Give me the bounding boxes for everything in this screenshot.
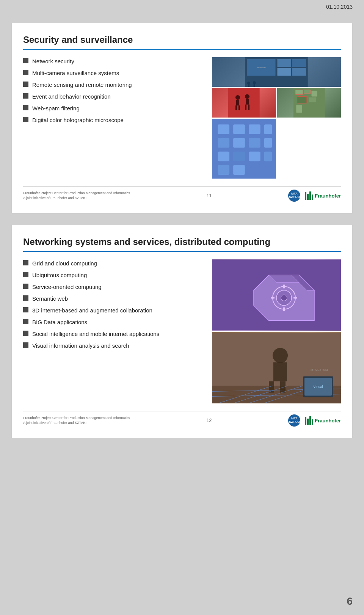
bullet-icon	[23, 295, 28, 301]
slide-2-title: Networking systems and services, distrib…	[23, 237, 341, 247]
slide-1-footer: Fraunhofer Project Center for Production…	[23, 186, 341, 202]
fraunhofer-bar-2-3	[309, 416, 311, 425]
svg-point-52	[281, 295, 287, 301]
list-item: Remote sensing and remote monitoring	[23, 81, 204, 89]
svg-rect-44	[218, 165, 229, 175]
svg-rect-32	[218, 124, 229, 134]
fraunhofer-bars-2	[305, 416, 313, 425]
svg-point-16	[245, 94, 249, 99]
blue-pattern-image	[212, 119, 276, 179]
svg-rect-26	[296, 105, 302, 113]
bullet-icon	[23, 307, 28, 312]
surveillance-screens-image: Video Wall	[212, 57, 341, 87]
svg-rect-17	[246, 99, 249, 104]
bullet-icon	[23, 117, 28, 122]
svg-point-9	[253, 81, 256, 84]
svg-rect-15	[238, 105, 240, 110]
svg-rect-55	[271, 297, 275, 299]
slide-2-content: Grid and cloud computingUbiquitous compu…	[23, 259, 341, 403]
svg-rect-43	[264, 152, 272, 162]
slide-2-footer-logos: MTASZTAKI Fraunhofer	[288, 414, 341, 427]
silhouette-red-image	[212, 88, 276, 118]
svg-rect-11	[228, 88, 260, 118]
svg-rect-14	[235, 105, 237, 110]
mta-logo: MTASZTAKI	[288, 190, 300, 202]
fraunhofer-bar-3	[309, 191, 311, 200]
svg-rect-2	[277, 59, 291, 67]
fraunhofer-bar-2-4	[312, 419, 313, 425]
list-item: Service-oriented computing	[23, 283, 204, 291]
svg-text:Video Wall: Video Wall	[257, 67, 266, 69]
svg-rect-39	[264, 138, 272, 148]
svg-rect-22	[304, 90, 311, 94]
mta-circle-2: MTASZTAKI	[288, 414, 300, 427]
slide-2-image-grid: Virtual MTA SZTAKI	[212, 259, 341, 403]
list-item: Grid and cloud computing	[23, 259, 204, 267]
svg-rect-36	[218, 138, 229, 148]
fraunhofer-logo: Fraunhofer	[305, 191, 341, 200]
fraunhofer-bar-4	[312, 195, 313, 200]
slide-2-footer: Fraunhofer Project Center for Production…	[23, 411, 341, 427]
svg-rect-37	[233, 138, 245, 148]
svg-rect-54	[283, 308, 285, 311]
slide-1-page-num: 11	[207, 193, 212, 198]
svg-rect-33	[233, 124, 245, 134]
list-item: Ubiquitous computing	[23, 271, 204, 279]
svg-rect-21	[295, 90, 303, 95]
list-item: Event and behavior recognition	[23, 93, 204, 100]
slide-1-images: Video Wall	[212, 57, 341, 179]
bullet-icon	[23, 82, 28, 87]
fraunhofer-bar-2	[307, 194, 309, 200]
bullet-icon	[23, 319, 28, 324]
svg-rect-41	[233, 152, 245, 162]
slide-2-footer-text: Fraunhofer Project Center for Production…	[23, 416, 130, 425]
mta-logo-2: MTASZTAKI	[288, 414, 300, 427]
bullet-icon	[23, 272, 28, 277]
svg-rect-56	[293, 297, 297, 299]
svg-rect-8	[248, 85, 249, 87]
svg-text:MTA SZTAKI: MTA SZTAKI	[311, 368, 328, 372]
svg-rect-10	[254, 84, 255, 87]
slide-number: 6	[347, 595, 353, 607]
fraunhofer-bars	[305, 191, 313, 200]
machine-3d-image	[212, 259, 341, 331]
svg-point-7	[247, 82, 250, 85]
svg-rect-40	[218, 152, 229, 162]
svg-point-12	[235, 95, 240, 100]
fraunhofer-bar-1	[305, 192, 306, 200]
svg-rect-34	[249, 124, 260, 134]
svg-rect-45	[233, 165, 245, 175]
mta-circle: MTASZTAKI	[288, 190, 300, 202]
svg-rect-24	[297, 96, 306, 103]
svg-rect-23	[311, 91, 317, 96]
ar-person-image: Virtual MTA SZTAKI	[212, 332, 341, 403]
aerial-map-image	[277, 88, 341, 118]
date-label: 01.10.2013	[326, 4, 353, 10]
bullet-icon	[23, 331, 28, 336]
list-item: 3D internet-based and augmented collabor…	[23, 306, 204, 314]
bullet-icon	[23, 342, 28, 348]
svg-rect-53	[283, 285, 285, 289]
bullet-icon	[23, 70, 28, 75]
svg-rect-4	[277, 68, 291, 75]
svg-rect-38	[249, 138, 260, 148]
svg-rect-18	[245, 105, 246, 110]
svg-point-59	[273, 348, 288, 363]
bullet-icon	[23, 93, 28, 99]
svg-rect-19	[248, 105, 249, 110]
slide-1-footer-text: Fraunhofer Project Center for Production…	[23, 191, 130, 200]
list-item: Social intelligence and mobile internet …	[23, 330, 204, 338]
bullet-icon	[23, 58, 28, 63]
bullet-icon	[23, 105, 28, 110]
fraunhofer-bar-2-2	[307, 419, 309, 425]
slide-2-page-num: 12	[207, 418, 212, 423]
svg-text:Virtual: Virtual	[313, 385, 323, 389]
list-item: Web-spam filtering	[23, 104, 204, 112]
svg-rect-25	[308, 97, 316, 102]
slide-1-title-underline	[23, 49, 341, 50]
fraunhofer-label: Fraunhofer	[315, 193, 341, 199]
slide-1-image-grid: Video Wall	[212, 57, 341, 179]
slide-2-list: Grid and cloud computingUbiquitous compu…	[23, 259, 204, 403]
list-item: BIG Data applications	[23, 318, 204, 326]
svg-rect-13	[236, 100, 239, 105]
